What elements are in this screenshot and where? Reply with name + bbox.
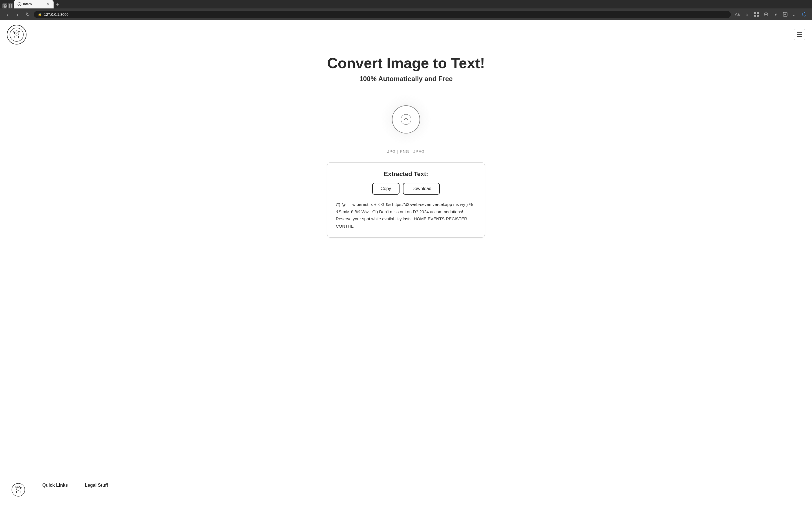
browser-extension-button[interactable] [781,10,790,18]
page-title: Convert Image to Text! [327,55,485,71]
tab-favicon [17,2,21,6]
main-content: Convert Image to Text! 100% Automaticall… [0,49,812,476]
copy-button[interactable]: Copy [372,183,400,194]
footer-legal-stuff-title: Legal Stuff [85,483,108,488]
browser-profile-icon[interactable] [2,3,7,8]
svg-rect-3 [11,4,12,6]
tab-grid-button[interactable] [752,10,761,18]
svg-rect-4 [9,6,10,8]
svg-point-19 [16,486,20,490]
refresh-button[interactable]: ↻ [24,10,32,18]
upload-formats-label: JPG | PNG | JPEG [388,149,425,154]
svg-point-7 [19,3,20,4]
svg-point-15 [10,28,23,41]
tab-bar: Intern ✕ + [0,0,812,8]
browser-toolbar: ‹ › ↻ 🔒 127.0.0.1:8000 Aa ☆ [0,8,812,20]
page-footer: Quick Links Legal Stuff [0,476,812,505]
new-tab-button[interactable]: + [54,1,61,8]
upload-area[interactable]: JPG | PNG | JPEG [380,94,432,154]
menu-button[interactable] [794,29,805,40]
tab-close-button[interactable]: ✕ [46,2,50,6]
forward-button[interactable]: › [13,10,21,18]
address-bar[interactable]: 🔒 127.0.0.1:8000 [34,11,731,18]
page-content: Convert Image to Text! 100% Automaticall… [0,20,812,505]
browser-grid-icon[interactable] [8,3,13,8]
footer-legal-stuff: Legal Stuff [85,483,108,490]
tab-title: Intern [23,2,32,6]
back-button[interactable]: ‹ [3,10,11,18]
active-tab[interactable]: Intern ✕ [14,0,54,8]
svg-rect-2 [9,4,10,6]
svg-point-16 [14,31,19,35]
upload-icon [400,114,412,125]
address-text: 127.0.0.1:8000 [44,12,68,17]
menu-line-3 [797,36,802,37]
svg-rect-5 [11,6,12,8]
upload-circle[interactable] [392,105,420,133]
lock-icon: 🔒 [38,13,42,16]
logo-svg [9,27,24,42]
menu-line-1 [797,33,802,33]
edge-icon[interactable]: ⬡ [800,10,809,18]
reader-mode-button[interactable]: Aa [733,10,742,18]
collections-button[interactable]: ♥ [771,10,780,18]
favorite-button[interactable]: ☆ [743,10,751,18]
upload-glow [380,94,432,145]
extracted-actions: Copy Download [336,183,476,194]
svg-point-12 [764,13,768,16]
svg-point-13 [765,14,767,15]
page-subtitle: 100% Automatically and Free [359,75,453,83]
svg-rect-8 [754,12,756,14]
extracted-text-card: Extracted Text: Copy Download ©) @ — w p… [327,162,485,238]
site-logo[interactable] [7,25,27,45]
svg-rect-10 [754,15,756,17]
footer-quick-links: Quick Links [42,483,68,490]
footer-logo [11,483,26,498]
footer-quick-links-title: Quick Links [42,483,68,488]
more-button[interactable]: … [791,10,799,18]
download-button[interactable]: Download [403,183,440,194]
svg-rect-9 [757,12,759,14]
svg-point-18 [12,483,25,496]
svg-rect-11 [757,15,759,17]
svg-point-1 [4,5,5,6]
extracted-text-content: ©) @ — w perest! x + < G €& https://d3-w… [336,201,476,230]
toolbar-actions: Aa ☆ ♥ [733,10,809,18]
page-header [0,20,812,49]
extensions-button[interactable] [762,10,770,18]
browser-chrome: Intern ✕ + ‹ › ↻ 🔒 127.0.0.1:8000 Aa ☆ [0,0,812,20]
menu-line-2 [797,34,802,35]
extracted-title: Extracted Text: [336,170,476,178]
